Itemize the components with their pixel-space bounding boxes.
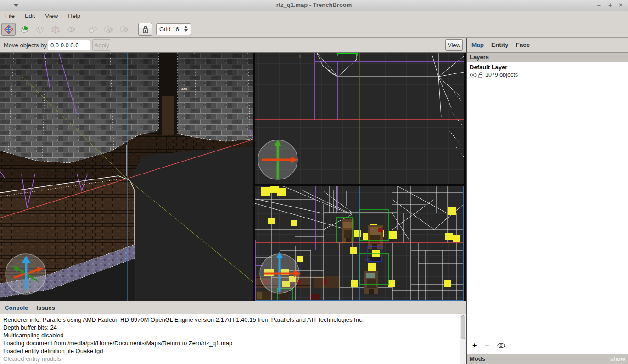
mods-header-label: Mods (470, 355, 485, 362)
tab-console[interactable]: Console (5, 304, 28, 311)
mods-show-link[interactable]: show (610, 355, 625, 362)
floor-shadow (130, 147, 253, 301)
mods-section-header: Mods show (467, 354, 628, 364)
apply-button: Apply (92, 39, 111, 51)
tab-entity[interactable]: Entity (491, 41, 509, 48)
tab-issues[interactable]: Issues (36, 304, 55, 311)
log-line: Multisampling disabled (3, 331, 463, 339)
selection-tool-button[interactable] (1, 23, 16, 36)
layer-unlocked-icon[interactable] (478, 72, 483, 78)
close-button[interactable]: × (616, 0, 626, 11)
layer-object-count: 1079 objects (485, 72, 518, 78)
move-objects-input[interactable] (48, 40, 90, 50)
console-scrollbar[interactable] (460, 314, 466, 364)
create-brush-tool-icon (20, 25, 29, 34)
title-bar: rtz_q1.map - TrenchBroom – + × (0, 0, 628, 11)
log-line: Renderer info: Parallels using AMD Radeo… (3, 316, 463, 324)
console-log[interactable]: Renderer info: Parallels using AMD Radeo… (0, 314, 466, 364)
spinner-down-icon (184, 29, 188, 32)
layer-visible-icon[interactable] (470, 73, 477, 78)
menu-bar: File Edit View Help (0, 11, 628, 21)
csg-subtract-button (101, 23, 115, 36)
vertex-tool-button (48, 23, 62, 36)
cube-icon (35, 25, 45, 34)
viewport-2d-top[interactable] (255, 53, 464, 184)
rotate-tool-button (64, 23, 78, 36)
view-dropdown-button[interactable]: View (445, 39, 463, 51)
csg-intersect-icon (119, 25, 129, 34)
remove-layer-button: – (485, 342, 489, 349)
move-objects-label: Move objects by (4, 42, 47, 49)
menu-edit[interactable]: Edit (20, 11, 40, 21)
log-line: Depth buffer bits: 24 (3, 324, 463, 331)
viewport-area: em (0, 53, 466, 301)
toolbar: Grid 16 (0, 21, 628, 38)
create-primitive-tool-button (33, 23, 47, 36)
viewport-2d-bottom[interactable] (255, 186, 464, 301)
toolbar-separator (81, 24, 81, 35)
layer-name: Default Layer (470, 64, 628, 71)
tab-face[interactable]: Face (516, 41, 530, 48)
console-tab-bar: Console Issues (0, 301, 466, 314)
grid-size-value: Grid 16 (159, 26, 179, 33)
vertex-tool-icon (51, 25, 60, 34)
tab-map[interactable]: Map (471, 41, 484, 48)
compass-3d (6, 254, 46, 294)
add-layer-button[interactable]: + (472, 342, 477, 349)
layers-section-header: Layers (467, 52, 628, 62)
create-brush-tool-button[interactable] (17, 23, 31, 36)
selection-tool-icon (4, 25, 13, 34)
csg-convex-merge-button (85, 23, 100, 36)
stone-wall-right (178, 53, 253, 141)
inspector-panel: Map Entity Face Layers Default Layer 107… (466, 38, 628, 364)
entity-sprite (299, 55, 301, 58)
console-scrollbar-thumb[interactable] (461, 315, 465, 339)
layer-buttons: + – (467, 339, 628, 352)
maximize-button[interactable]: + (605, 0, 615, 11)
window-title: rtz_q1.map - TrenchBroom (0, 1, 628, 8)
toolbar-separator (134, 24, 134, 35)
toggle-visibility-button[interactable] (497, 343, 505, 348)
log-line: Loading document from /media/psf/Home/Do… (3, 339, 463, 347)
info-bar: Move objects by Apply View (0, 38, 466, 53)
console-panel: Console Issues Renderer info: Parallels … (0, 301, 466, 364)
compass-2d-top (258, 140, 297, 179)
menu-help[interactable]: Help (63, 11, 85, 21)
spinner-up-icon (184, 26, 188, 28)
log-line: Cleared entity models (3, 355, 463, 363)
lock-icon (141, 25, 150, 34)
csg-subtract-icon (104, 25, 113, 34)
entity-classname-label: em (181, 87, 187, 91)
menu-view[interactable]: View (40, 11, 63, 21)
texture-lock-button[interactable] (138, 23, 152, 36)
log-line: Loaded entity definition file Quake.fgd (3, 347, 463, 355)
minimize-button[interactable]: – (594, 0, 604, 11)
layer-row[interactable]: Default Layer 1079 objects (467, 62, 628, 81)
csg-merge-icon (88, 25, 97, 34)
csg-intersect-button (117, 23, 131, 36)
rotate-tool-icon (67, 25, 76, 34)
wall-gap-floor (162, 96, 174, 135)
menu-file[interactable]: File (0, 11, 20, 21)
grid-size-spinner[interactable] (184, 26, 188, 32)
inspector-tab-bar: Map Entity Face (467, 38, 628, 52)
viewport-3d[interactable]: em (0, 53, 253, 301)
grid-size-dropdown[interactable]: Grid 16 (156, 23, 191, 35)
